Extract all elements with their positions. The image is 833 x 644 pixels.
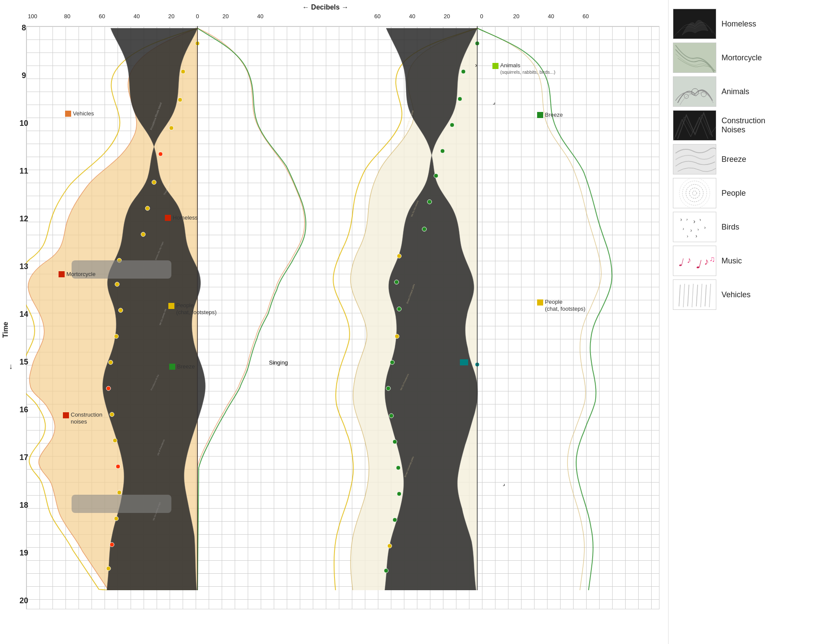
animals-icon-svg bbox=[673, 77, 716, 107]
people-box-thayer bbox=[168, 303, 174, 309]
thayer-location-label: Thayer St. bbox=[180, 623, 214, 631]
people-legend-image bbox=[673, 178, 716, 208]
campus-location-label: Brown Campus bbox=[452, 623, 502, 631]
construction-label: Construction Noises bbox=[721, 116, 765, 135]
legend-item-vehicles: Vehicles bbox=[673, 279, 824, 310]
green-dot bbox=[386, 386, 390, 391]
yellow-dot bbox=[397, 254, 401, 258]
yellow-dot bbox=[387, 544, 392, 548]
people-label-thayer-2: (chat, footsteps) bbox=[176, 309, 216, 315]
axis-num: 40 bbox=[257, 13, 263, 20]
music-note-3: ♩ bbox=[695, 258, 702, 271]
main-container: 100 80 60 40 20 0 20 40 ← Decibels → 60 … bbox=[0, 0, 833, 644]
time-11: 11 bbox=[20, 167, 28, 175]
dot bbox=[152, 180, 156, 184]
right-ear-label-thayer: Right ear bbox=[218, 611, 243, 618]
dot bbox=[178, 98, 182, 102]
legend-item-people: People bbox=[673, 178, 824, 208]
svg-rect-3 bbox=[673, 43, 716, 73]
bird-3: › bbox=[693, 218, 695, 225]
birds-legend-image: › › › › › › › › › › bbox=[673, 212, 716, 242]
birds-icon-svg: › › › › › › › › › › bbox=[674, 213, 715, 241]
animals-legend-image bbox=[673, 76, 716, 107]
green-dot bbox=[397, 307, 401, 311]
motorcycle-shape-2 bbox=[72, 495, 171, 513]
bird-9: › bbox=[687, 234, 688, 239]
motorcycle-label: Mortorcycle bbox=[721, 53, 762, 62]
vehicles-icon-svg bbox=[674, 280, 715, 309]
vehicles-label: Vehicles bbox=[721, 290, 751, 299]
motorcycle-icon-svg bbox=[673, 43, 716, 73]
axis-num: 20 bbox=[168, 13, 174, 20]
time-9: 9 bbox=[22, 71, 26, 80]
green-dot bbox=[396, 466, 400, 470]
homeless-box bbox=[165, 215, 171, 221]
left-ear-label-campus: Left ear bbox=[434, 611, 455, 618]
legend-item-homeless: Homeless bbox=[673, 9, 824, 39]
music-note-2: ♪ bbox=[687, 255, 691, 265]
breeze-icon-svg bbox=[673, 145, 716, 174]
breeze-label-campus-top: Breeze bbox=[545, 112, 563, 118]
motorcycle-box bbox=[59, 271, 65, 277]
left-ear-label-thayer: Left ear bbox=[154, 611, 175, 618]
homeless-legend-image bbox=[673, 9, 716, 39]
green-dot bbox=[440, 149, 445, 153]
legend-item-construction: Construction Noises bbox=[673, 110, 824, 141]
svg-rect-4 bbox=[673, 77, 716, 107]
birds-label: Birds bbox=[721, 223, 739, 232]
dot bbox=[117, 490, 121, 495]
axis-num: 60 bbox=[99, 13, 105, 20]
green-dot bbox=[394, 280, 399, 284]
time-8: 8 bbox=[22, 23, 26, 32]
breeze-label: Breeze bbox=[721, 155, 746, 164]
time-axis-label: Time bbox=[2, 322, 9, 338]
animals-label: Animals bbox=[500, 62, 521, 69]
legend-panel: Homeless Mortorcycle bbox=[668, 0, 833, 644]
axis-num: 60 bbox=[583, 13, 589, 20]
motorcycle-legend-image bbox=[673, 43, 716, 73]
vehicles-box bbox=[65, 111, 71, 117]
dot bbox=[141, 232, 145, 237]
dot bbox=[169, 126, 174, 130]
people-label-campus: People bbox=[545, 299, 562, 305]
red-dot bbox=[110, 542, 114, 547]
green-dot bbox=[427, 200, 432, 204]
people-icon-svg bbox=[674, 179, 715, 207]
dot bbox=[145, 206, 150, 210]
homeless-label: Homeless bbox=[721, 20, 756, 29]
dot bbox=[113, 438, 117, 443]
red-dot bbox=[158, 152, 163, 156]
green-dot bbox=[390, 360, 394, 365]
breeze-legend-image bbox=[673, 144, 716, 174]
animals-box bbox=[492, 63, 498, 69]
decibel-title: ← Decibels → bbox=[302, 3, 349, 11]
people-label: People bbox=[721, 189, 746, 198]
vehicles-label: Vehicles bbox=[73, 110, 94, 117]
svg-rect-9 bbox=[673, 111, 716, 141]
time-19: 19 bbox=[20, 549, 28, 557]
singing-box-final bbox=[460, 359, 466, 365]
axis-num: 20 bbox=[513, 13, 519, 20]
singing-label-left: Singing bbox=[269, 359, 288, 366]
axis-num: 0 bbox=[196, 13, 199, 20]
vehicles-legend-image bbox=[673, 279, 716, 310]
green-dot bbox=[384, 568, 388, 573]
people-label-campus-2: (chat, footsteps) bbox=[545, 306, 585, 312]
green-dot bbox=[397, 492, 401, 496]
animals-label: Animals bbox=[721, 87, 749, 96]
people-label-thayer: People bbox=[176, 302, 193, 309]
music-icon-svg: ♩ ♪ ♩ ♪ ♫ bbox=[674, 246, 715, 275]
bird-10: › bbox=[695, 233, 697, 239]
axis-num: 40 bbox=[409, 13, 415, 20]
dot bbox=[108, 360, 113, 365]
homeless-label: Homeless bbox=[173, 214, 198, 221]
chart-area: 100 80 60 40 20 0 20 40 ← Decibels → 60 … bbox=[0, 0, 668, 644]
dot bbox=[115, 282, 119, 286]
music-note-5: ♫ bbox=[709, 255, 715, 263]
legend-item-music: ♩ ♪ ♩ ♪ ♫ Music bbox=[673, 246, 824, 276]
bird-6: › bbox=[690, 227, 692, 233]
construction-label-2: noises bbox=[71, 418, 87, 425]
green-dot bbox=[450, 123, 454, 127]
red-dot bbox=[106, 386, 111, 391]
green-dot bbox=[389, 414, 394, 418]
